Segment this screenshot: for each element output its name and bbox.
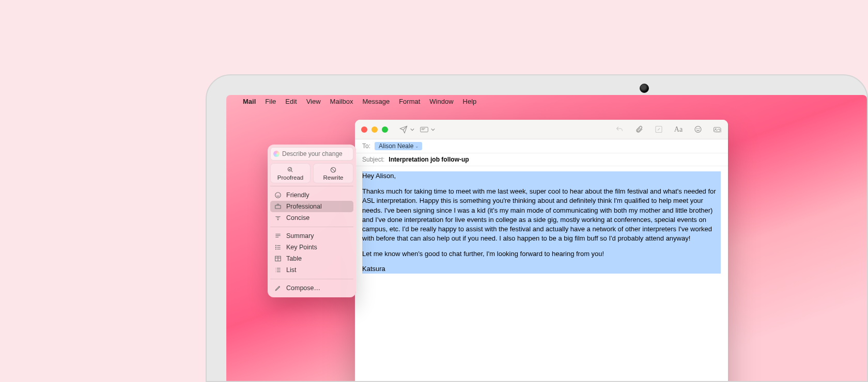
compose-action[interactable]: Compose… [270,282,353,294]
markup-icon[interactable] [655,125,663,134]
table-icon [274,255,282,262]
to-row[interactable]: To: Alison Neale ⌄ [355,139,728,153]
menu-message[interactable]: Message [362,98,390,105]
tone-friendly[interactable]: Friendly [270,189,353,201]
menu-file[interactable]: File [265,98,276,105]
svg-point-4 [695,126,701,133]
professional-label: Professional [286,203,322,210]
to-label: To: [362,142,370,150]
menu-view[interactable]: View [306,98,321,105]
keypoints-label: Key Points [286,244,317,251]
header-fields-icon[interactable] [420,125,428,134]
writing-tools-panel: Proofread Rewrite Friendly Professional [268,145,356,297]
transform-table[interactable]: Table [270,253,353,264]
svg-line-11 [332,168,335,172]
concise-icon [274,214,282,221]
body-paragraph: Thanks much for taking time to meet with… [362,187,721,243]
menu-help[interactable]: Help [463,98,477,105]
keypoints-icon [274,244,282,251]
close-button[interactable] [361,126,367,133]
signature: Katsura [362,265,385,273]
menubar: Mail File Edit View Mailbox Message Form… [226,95,867,107]
minimize-button[interactable] [371,126,378,133]
email-body[interactable]: Hey Alison, Thanks much for taking time … [355,166,728,381]
send-icon[interactable] [399,125,408,134]
tone-concise[interactable]: Concise [270,212,353,224]
smile-icon [274,192,282,199]
tone-professional[interactable]: Professional [270,201,353,212]
reply-icon[interactable] [615,125,624,134]
subject-row[interactable]: Subject: Interpretation job follow-up [355,153,728,166]
svg-point-23 [275,249,276,249]
photo-browser-icon[interactable] [714,125,722,134]
attach-icon[interactable] [635,125,643,134]
summary-label: Summary [286,232,314,240]
emoji-icon[interactable] [694,125,702,134]
format-icon[interactable]: Aa [674,125,683,134]
imac-frame: Mail File Edit View Mailbox Message Form… [206,74,868,382]
svg-point-19 [275,245,276,246]
subject-field[interactable]: Interpretation job follow-up [389,156,469,163]
svg-point-6 [699,129,700,129]
closing-line: Let me know when's good to chat further,… [362,249,721,259]
traffic-lights [361,126,388,133]
screen: Mail File Edit View Mailbox Message Form… [226,95,867,381]
compose-window: Aa To: Alison Neale ⌄ Subject: Interpret… [355,120,728,381]
chevron-down-icon[interactable] [410,125,415,134]
compose-label: Compose… [286,284,320,292]
chevron-down-icon[interactable] [430,125,436,134]
recipient-name: Alison Neale [379,142,413,150]
svg-point-12 [275,193,281,198]
zoom-button[interactable] [382,126,388,133]
pencil-icon [274,284,282,292]
svg-point-5 [697,129,698,129]
rewrite-button[interactable]: Rewrite [313,163,353,183]
menu-mailbox[interactable]: Mailbox [330,98,353,105]
proofread-button[interactable]: Proofread [270,163,311,183]
menu-edit[interactable]: Edit [285,98,297,105]
list-label: List [286,266,296,274]
table-label: Table [286,255,302,262]
transform-keypoints[interactable]: Key Points [270,242,353,253]
transform-list[interactable]: List [270,264,353,276]
briefcase-icon [274,203,282,210]
describe-change-input[interactable] [270,147,353,161]
menu-window[interactable]: Window [429,98,453,105]
svg-rect-13 [275,205,281,209]
greeting: Hey Alison, [362,171,721,181]
list-icon [274,266,282,274]
subject-label: Subject: [362,156,384,163]
transform-summary[interactable]: Summary [270,230,353,242]
compose-toolbar: Aa [355,120,728,139]
rewrite-label: Rewrite [323,174,344,181]
concise-label: Concise [286,214,309,221]
recipient-chip[interactable]: Alison Neale ⌄ [375,142,422,150]
camera-icon [640,84,649,93]
proofread-label: Proofread [277,174,304,181]
friendly-label: Friendly [286,192,309,199]
menu-format[interactable]: Format [399,98,420,105]
app-name[interactable]: Mail [243,98,256,105]
summary-icon [274,232,282,240]
chevron-down-icon[interactable]: ⌄ [415,144,419,149]
svg-point-21 [275,247,276,247]
svg-point-8 [715,128,716,129]
